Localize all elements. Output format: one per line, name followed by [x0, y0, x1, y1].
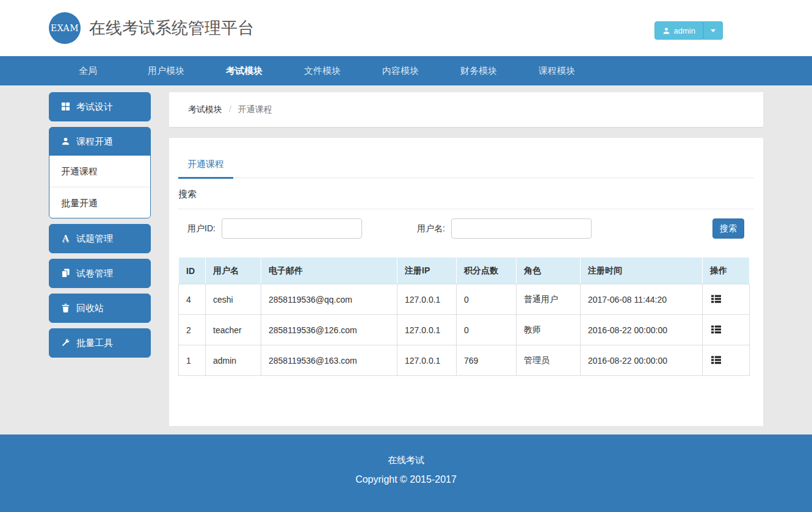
copy-icon	[61, 269, 71, 278]
sidebar-subitem-batch-open[interactable]: 批量开通	[49, 187, 150, 218]
table-row: 4 ceshi 2858119536@qq.com 127.0.0.1 0 普通…	[179, 284, 750, 315]
cell-reg-time: 2016-08-22 00:00:00	[581, 345, 703, 376]
nav-item-user-module[interactable]: 用户模块	[127, 56, 205, 85]
breadcrumb-current: 开通课程	[238, 104, 272, 114]
sidebar-item-label: 课程开通	[76, 136, 113, 148]
site-header: EXAM 在线考试系统管理平台 admin	[0, 0, 812, 56]
footer-site-name: 在线考试	[0, 455, 812, 466]
sidebar-subitem-open-course[interactable]: 开通课程	[49, 156, 150, 187]
col-header-email: 电子邮件	[261, 258, 397, 284]
trash-icon	[61, 303, 71, 313]
cell-username: teacher	[206, 315, 261, 345]
users-table: ID 用户名 电子邮件 注册IP 积分点数 角色 注册时间 操作 4	[178, 257, 750, 376]
cell-email: 2858119536@qq.com	[261, 284, 397, 315]
cell-role: 普通用户	[517, 284, 581, 315]
search-section-heading: 搜索	[178, 189, 754, 209]
nav-item-file-module[interactable]: 文件模块	[283, 56, 361, 85]
table-row: 2 teacher 2858119536@126.com 127.0.0.1 0…	[179, 315, 750, 345]
user-button-group: admin	[654, 21, 723, 40]
nav-item-content-module[interactable]: 内容模块	[361, 56, 440, 85]
cell-points: 0	[457, 284, 517, 315]
th-list-icon	[711, 325, 721, 334]
nav-item-finance-module[interactable]: 财务模块	[440, 56, 518, 85]
row-actions-button[interactable]	[710, 324, 722, 335]
col-header-points: 积分点数	[457, 258, 517, 284]
cell-username: admin	[206, 345, 261, 376]
col-header-reg-time: 注册时间	[581, 258, 703, 284]
footer-copyright: Copyright © 2015-2017	[0, 474, 812, 485]
table-header-row: ID 用户名 电子邮件 注册IP 积分点数 角色 注册时间 操作	[179, 258, 750, 284]
cell-role: 管理员	[517, 345, 581, 376]
user-account-button[interactable]: admin	[654, 21, 703, 40]
breadcrumb-parent[interactable]: 考试模块	[188, 104, 222, 114]
col-header-username: 用户名	[206, 258, 261, 284]
row-actions-button[interactable]	[710, 294, 722, 305]
nav-item-course-module[interactable]: 课程模块	[518, 56, 596, 85]
sidebar-group-course-open: 课程开通 开通课程 批量开通	[49, 127, 151, 218]
tab-open-course[interactable]: 开通课程	[178, 153, 233, 179]
cell-reg-ip: 127.0.0.1	[397, 345, 457, 376]
sidebar-item-course-open[interactable]: 课程开通	[49, 128, 150, 156]
sidebar-submenu: 开通课程 批量开通	[49, 156, 150, 218]
wrench-icon	[61, 338, 71, 348]
th-large-icon	[61, 102, 71, 112]
logo-text: EXAM	[51, 23, 79, 33]
sidebar-item-label: 试题管理	[76, 233, 113, 245]
cell-points: 769	[457, 345, 517, 376]
top-navbar: 全局 用户模块 考试模块 文件模块 内容模块 财务模块 课程模块	[0, 56, 812, 85]
sidebar-item-label: 考试设计	[76, 101, 113, 113]
th-list-icon	[711, 356, 721, 364]
sidebar-item-question-mgmt[interactable]: A 试题管理	[49, 224, 151, 253]
col-header-id: ID	[179, 258, 206, 284]
cell-reg-ip: 127.0.0.1	[397, 284, 457, 315]
cell-username: ceshi	[206, 284, 261, 315]
sidebar-item-batch-tools[interactable]: 批量工具	[49, 328, 151, 358]
sidebar-item-label: 回收站	[76, 303, 104, 314]
col-header-role: 角色	[517, 258, 581, 284]
svg-text:A: A	[62, 234, 69, 243]
cell-role: 教师	[517, 315, 581, 345]
th-list-icon	[711, 295, 721, 303]
user-id-label: 用户ID:	[187, 223, 216, 234]
cell-id: 2	[179, 315, 206, 345]
user-icon	[61, 137, 71, 146]
user-dropdown-toggle[interactable]	[703, 21, 723, 40]
breadcrumb: 考试模块 / 开通课程	[169, 92, 763, 128]
search-button[interactable]: 搜索	[712, 218, 744, 239]
caret-down-icon	[711, 29, 716, 32]
user-button-label: admin	[674, 26, 695, 35]
sidebar-item-label: 试卷管理	[76, 268, 113, 279]
font-icon: A	[61, 234, 71, 243]
col-header-operation: 操作	[703, 258, 750, 284]
cell-id: 1	[179, 345, 206, 376]
exam-logo: EXAM	[49, 12, 81, 44]
nav-item-exam-module[interactable]: 考试模块	[205, 56, 283, 85]
sidebar-item-paper-mgmt[interactable]: 试卷管理	[49, 259, 151, 288]
cell-email: 2858119536@163.com	[261, 345, 397, 376]
cell-email: 2858119536@126.com	[261, 315, 397, 345]
user-icon	[662, 27, 670, 35]
top-nav-list: 全局 用户模块 考试模块 文件模块 内容模块 财务模块 课程模块	[49, 56, 763, 85]
sidebar-item-label: 批量工具	[76, 337, 113, 349]
sidebar-item-exam-design[interactable]: 考试设计	[49, 92, 151, 121]
breadcrumb-separator: /	[225, 104, 236, 114]
cell-reg-ip: 127.0.0.1	[397, 315, 457, 345]
col-header-reg-ip: 注册IP	[397, 258, 457, 284]
search-form: 用户ID: 用户名: 搜索	[178, 218, 754, 239]
nav-item-global[interactable]: 全局	[49, 56, 127, 85]
content-panel: 开通课程 搜索 用户ID: 用户名: 搜索	[169, 138, 763, 426]
cell-reg-time: 2016-08-22 00:00:00	[581, 315, 703, 345]
sidebar-item-recycle-bin[interactable]: 回收站	[49, 294, 151, 323]
cell-id: 4	[179, 284, 206, 315]
row-actions-button[interactable]	[710, 355, 722, 366]
cell-reg-time: 2017-06-08 11:44:20	[581, 284, 703, 315]
cell-points: 0	[457, 315, 517, 345]
username-label: 用户名:	[417, 223, 445, 234]
user-id-input[interactable]	[222, 218, 362, 239]
page-title: 在线考试系统管理平台	[89, 17, 254, 39]
table-row: 1 admin 2858119536@163.com 127.0.0.1 769…	[179, 345, 750, 376]
username-input[interactable]	[451, 218, 592, 239]
main-content: 考试模块 / 开通课程 开通课程 搜索 用户ID: 用户名: 搜索	[169, 92, 763, 426]
site-footer: 在线考试 Copyright © 2015-2017	[0, 434, 812, 512]
sidebar: 考试设计 课程开通 开通课程 批量开通 A	[49, 92, 151, 363]
